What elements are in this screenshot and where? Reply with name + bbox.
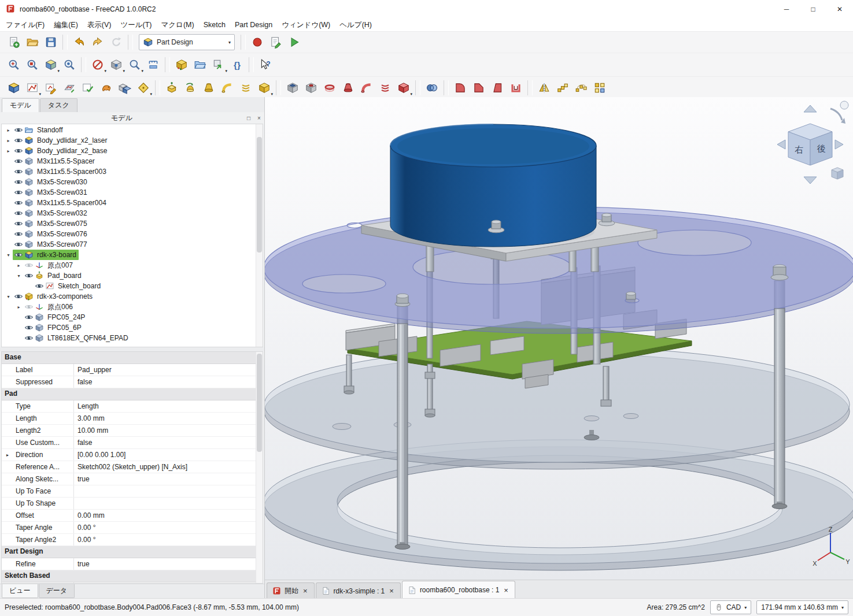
subtractive-loft-button[interactable] [339,79,357,97]
tree-expander-icon[interactable]: ▸ [14,305,23,310]
subtractive-pipe-button[interactable] [358,79,375,97]
chamfer-button[interactable] [470,79,488,97]
subtractive-primitive-button[interactable]: ▾ [395,79,412,97]
draft-button[interactable] [489,79,506,97]
panel-splitter[interactable] [0,347,264,351]
tree-item-M3x11x5.5-Spacer[interactable]: M3x11x5.5-Spacer [2,156,263,166]
dock-close-icon[interactable]: × [254,115,264,121]
property-Offset[interactable]: Offset0.00 mm [2,510,263,522]
close-button[interactable]: ✕ [826,0,853,18]
property-Up To Shape[interactable]: Up To Shape [2,498,263,510]
groove-button[interactable] [321,79,338,97]
new-document-button[interactable] [5,34,23,51]
tree-item-FPC05_24P[interactable]: FPC05_24P [2,312,263,322]
property-value[interactable]: true [74,473,263,485]
create-datum-button[interactable]: ▾ [135,79,152,97]
tree-item-原点006[interactable]: ▸原点006 [2,302,263,312]
dropdown-arrow-icon[interactable]: ▾ [225,69,227,73]
tree-expander-icon[interactable]: ▾ [4,294,13,299]
macro-execute-button[interactable] [286,34,303,51]
property-scrollbar-thumb[interactable] [257,354,262,452]
view-options-button[interactable]: ▾ [108,56,125,73]
tree-expander-icon[interactable]: ▸ [4,138,13,143]
menu-item-ファイル(F)[interactable]: ファイル(F) [1,19,49,31]
dropdown-arrow-icon[interactable]: ▾ [104,69,106,73]
tab-close-icon[interactable]: × [388,587,395,595]
nav-home-button[interactable] [840,101,848,109]
zoom-button[interactable]: ▾ [126,56,143,73]
document-tab-開始[interactable]: 開始× [267,582,315,599]
sync-view-button[interactable] [61,56,78,73]
property-Length2[interactable]: Length210.00 mm [2,425,263,437]
hole-button[interactable] [302,79,320,97]
menu-item-マクロ(M)[interactable]: マクロ(M) [157,19,199,31]
tab-close-icon[interactable]: × [302,587,309,595]
tree-item-原点007[interactable]: ▸原点007 [2,260,263,270]
macro-record-button[interactable] [249,34,266,51]
tree-scrollbar[interactable] [256,124,263,347]
multitransform-button[interactable] [591,79,608,97]
property-Up To Face[interactable]: Up To Face [2,485,263,498]
create-group-button[interactable] [191,56,209,73]
title-bar[interactable]: roomba600_robotbase - FreeCAD 1.0.0RC2 ─… [0,0,853,18]
property-Profile[interactable]: ProfileSketch002 (Sketch_upper) [2,582,263,584]
dropdown-arrow-icon[interactable]: ▾ [150,92,152,96]
property-value[interactable]: [0.00 0.00 1.00] [74,449,263,461]
tree-item-M3x5-Screw076[interactable]: M3x5-Screw076 [2,229,263,239]
dropdown-arrow-icon[interactable]: ▾ [39,92,41,96]
document-tab-rdk-x3-simple : 1[interactable]: rdk-x3-simple : 1× [316,582,401,599]
additive-loft-button[interactable] [200,79,217,97]
clone-button[interactable] [116,79,134,97]
draw-style-button[interactable]: ▾ [89,56,106,73]
property-Label[interactable]: LabelPad_upper [2,364,263,376]
tree-item-M3x5-Screw077[interactable]: M3x5-Screw077 [2,239,263,250]
bottom-tab-ビュー[interactable]: ビュー [2,584,38,598]
dropdown-arrow-icon[interactable]: ▾ [410,92,412,96]
tree-expander-icon[interactable]: ▸ [14,263,23,268]
menu-item-Sketch[interactable]: Sketch [199,20,230,30]
property-Along Sketc...[interactable]: Along Sketc...true [2,473,263,485]
menu-item-表示(V)[interactable]: 表示(V) [83,19,116,31]
redo-button[interactable] [89,34,106,51]
tree-expander-icon[interactable]: ▸ [4,149,13,154]
tab-close-icon[interactable]: × [503,586,509,595]
dimension-selector[interactable]: 171.94 mm x 140.63 mm ▾ [756,600,848,614]
property-value[interactable]: true [74,558,263,570]
tree-item-rdk-x3-componets[interactable]: ▾rdk-x3-componets [2,291,263,302]
property-scrollbar[interactable] [256,352,263,583]
property-Taper Angle[interactable]: Taper Angle0.00 ° [2,522,263,534]
property-value[interactable] [74,485,263,497]
nav-cube-left-label[interactable]: 右 [795,144,804,154]
property-value[interactable]: false [74,376,263,388]
tree-item-Body_ydlidar_x2_base[interactable]: ▸Body_ydlidar_x2_base [2,146,263,156]
panel-tab-タスク[interactable]: タスク [40,98,77,112]
maximize-button[interactable]: □ [800,0,826,18]
polar-pattern-button[interactable] [573,79,590,97]
property-value[interactable]: Length [74,400,263,412]
dropdown-arrow-icon[interactable]: ▾ [123,69,125,73]
menu-item-ツール(T)[interactable]: ツール(T) [116,19,156,31]
open-document-button[interactable] [24,34,41,51]
panel-tab-モデル[interactable]: モデル [2,98,39,112]
property-value[interactable]: Sketch002 (Sketch_upper) [N_Axis] [74,461,263,473]
property-value[interactable]: 0.00 ° [74,534,263,546]
dropdown-arrow-icon[interactable]: ▾ [57,69,60,73]
thickness-button[interactable] [507,79,525,97]
bottom-tab-データ[interactable]: データ [39,584,75,598]
edit-sketch-button[interactable] [42,79,60,97]
additive-pipe-button[interactable] [219,79,236,97]
pocket-button[interactable] [284,79,301,97]
macro-edit-button[interactable] [267,34,285,51]
property-Use Custom...[interactable]: Use Custom...false [2,437,263,449]
menu-item-編集(E)[interactable]: 編集(E) [49,19,83,31]
property-value[interactable]: 10.00 mm [74,425,263,436]
refresh-button[interactable] [108,34,125,51]
tree-item-Pad_board[interactable]: ▾Pad_board [2,270,263,281]
save-document-button[interactable] [42,34,60,51]
mirrored-button[interactable] [536,79,553,97]
make-link-button[interactable]: ▾ [210,56,227,73]
property-value[interactable]: 0.00 ° [74,522,263,533]
tree-item-M3x5-Screw032[interactable]: M3x5-Screw032 [2,208,263,218]
validate-sketch-button[interactable] [79,79,97,97]
tree-item-FPC05_6P[interactable]: FPC05_6P [2,322,263,333]
